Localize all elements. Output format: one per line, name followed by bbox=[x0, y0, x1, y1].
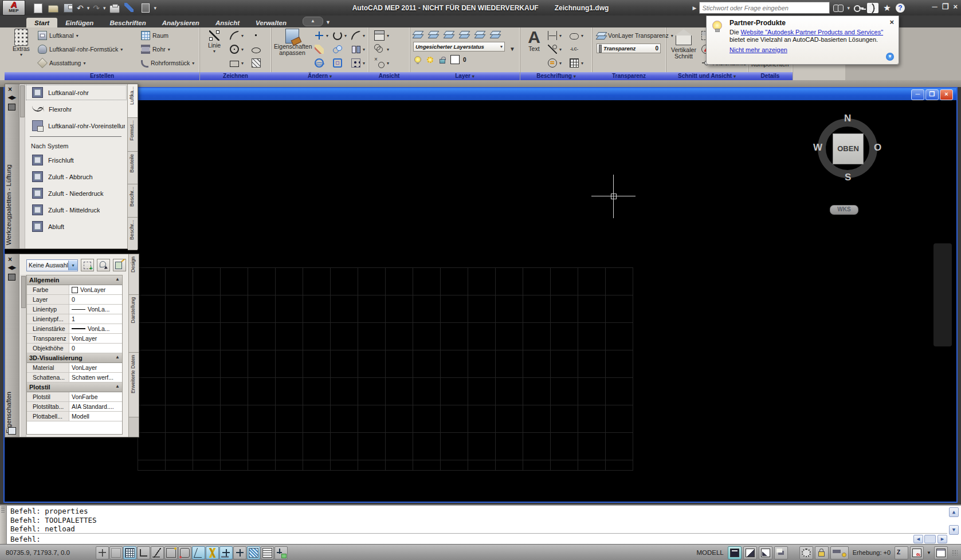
panel-label-zeichnen[interactable]: Zeichnen bbox=[200, 72, 271, 80]
property-row[interactable]: MaterialVonLayer bbox=[27, 363, 122, 373]
tab-verwalten[interactable]: Verwalten bbox=[248, 18, 295, 27]
table-button[interactable]: ▾ bbox=[570, 57, 583, 69]
palette-tool[interactable]: Zuluft - Niederdruck bbox=[25, 185, 127, 202]
minimize-ribbon-button[interactable]: ▲ bbox=[303, 17, 323, 26]
command-prompt[interactable]: Befehl: bbox=[10, 533, 947, 543]
panel-label-details[interactable]: Details bbox=[748, 72, 793, 80]
layer-freeze-icon[interactable] bbox=[460, 29, 470, 40]
duct-fitting-button[interactable]: Luftkanal/-rohr-Formstück▾ bbox=[38, 44, 123, 55]
properties-close-icon[interactable]: × bbox=[8, 255, 12, 263]
panel-label-aendern[interactable]: Ändern ▾ bbox=[271, 72, 368, 80]
polar-tracking-toggle[interactable] bbox=[151, 546, 164, 559]
tool-palette-autohide-icon[interactable]: ◀▶ bbox=[8, 94, 16, 100]
new-drawing-button[interactable] bbox=[32, 3, 44, 13]
save-button[interactable] bbox=[62, 3, 73, 13]
isolate-objects-button[interactable]: Z bbox=[895, 546, 908, 559]
palette-tab[interactable]: Beschr... bbox=[128, 218, 138, 250]
layer-color-swatch[interactable] bbox=[450, 55, 460, 64]
properties-tab[interactable]: Design bbox=[129, 254, 139, 295]
dismiss-link[interactable]: Nicht mehr anzeigen bbox=[729, 46, 787, 54]
coordinates-display[interactable]: 80735.9, 71793.7, 0.0 bbox=[6, 549, 89, 556]
qat-customize-dropdown[interactable]: ▾ bbox=[154, 5, 157, 11]
visual-style-button[interactable]: ▾ bbox=[374, 44, 389, 55]
palette-tab[interactable]: Luftka... bbox=[128, 84, 138, 118]
palette-tab[interactable]: Bauteile bbox=[128, 152, 138, 184]
command-scroll-down[interactable]: ▼ bbox=[949, 525, 959, 535]
properties-palette-button[interactable] bbox=[139, 3, 151, 13]
duct-button[interactable]: Luftkanal▾ bbox=[38, 30, 79, 41]
property-row[interactable]: TransparenzVonLayer bbox=[27, 334, 122, 344]
property-value[interactable]: VonLayer bbox=[69, 335, 122, 342]
property-value[interactable]: VonLayer bbox=[69, 286, 122, 293]
dynamic-ucs-toggle[interactable] bbox=[233, 546, 246, 559]
communication-center-icon[interactable] bbox=[867, 3, 878, 13]
grid-display-toggle[interactable] bbox=[109, 546, 123, 559]
section-header[interactable]: 3D-Visualisierung▲ bbox=[27, 353, 122, 363]
infocenter-collapse-arrow[interactable]: ▶ bbox=[693, 5, 697, 11]
line-button[interactable]: Linie ▾ bbox=[202, 29, 226, 54]
extras-button[interactable]: Extras ▾ bbox=[8, 29, 34, 57]
layer-thaw-sun-icon[interactable] bbox=[427, 57, 433, 63]
property-row[interactable]: Schattena...Schatten werf... bbox=[27, 373, 122, 382]
popup-close-icon[interactable]: × bbox=[889, 18, 894, 26]
drawing-close-button[interactable]: × bbox=[940, 89, 953, 100]
selection-cycling-toggle[interactable] bbox=[274, 546, 288, 559]
command-scroll-thumb[interactable] bbox=[924, 535, 936, 543]
selection-combo[interactable]: Keine Auswahl ▾ bbox=[26, 259, 78, 271]
snap-toggle[interactable] bbox=[96, 546, 109, 559]
favorites-star-icon[interactable]: ★ bbox=[881, 3, 893, 13]
property-value[interactable]: VonFarbe bbox=[69, 393, 122, 400]
property-value[interactable]: VonLa... bbox=[69, 306, 122, 313]
panel-label-layer[interactable]: Layer ▾ bbox=[410, 72, 520, 80]
redo-dropdown[interactable]: ▾ bbox=[103, 5, 106, 11]
drawing-status-button[interactable] bbox=[910, 546, 924, 559]
command-scroll-right[interactable]: ▶ bbox=[938, 535, 947, 543]
property-row[interactable]: Plottabell...Modell bbox=[27, 412, 122, 421]
tab-ansicht[interactable]: Ansicht bbox=[207, 18, 248, 27]
orbit-button[interactable] bbox=[315, 57, 324, 69]
layer-state-icon[interactable] bbox=[429, 29, 439, 40]
search-icon[interactable] bbox=[833, 3, 844, 13]
help-icon[interactable]: ? bbox=[896, 3, 905, 13]
property-row[interactable]: LinientypVonLa... bbox=[27, 305, 122, 314]
section-header[interactable]: Plotstil▲ bbox=[27, 382, 122, 392]
select-objects-button[interactable] bbox=[97, 259, 110, 271]
pipe-button[interactable]: Rohr▾ bbox=[141, 44, 170, 55]
layer-off-icon[interactable] bbox=[475, 29, 485, 40]
transparency-toggle[interactable] bbox=[247, 546, 260, 559]
property-row[interactable]: FarbeVonLayer bbox=[27, 285, 122, 295]
properties-tab[interactable]: Erweiterte Daten bbox=[129, 353, 139, 417]
layer-on-bulb-icon[interactable] bbox=[414, 56, 421, 63]
array-button[interactable]: ▾ bbox=[351, 57, 365, 69]
copy-button[interactable] bbox=[333, 44, 342, 55]
panel-label-erstellen[interactable]: Erstellen bbox=[5, 72, 199, 80]
property-row[interactable]: Linientypf...1 bbox=[27, 314, 122, 324]
tab-start[interactable]: Start bbox=[26, 18, 57, 27]
search-dropdown[interactable]: ▾ bbox=[847, 5, 850, 11]
status-menu-dropdown[interactable]: ▼ bbox=[927, 550, 931, 555]
panel-label-schnitt[interactable]: Schnitt und Ansicht ▾ bbox=[666, 72, 748, 80]
clean-screen-button[interactable] bbox=[934, 546, 948, 559]
multileader-button[interactable]: ▾ bbox=[548, 57, 562, 69]
text-button[interactable]: A Text bbox=[523, 29, 546, 52]
command-scroll-up[interactable]: ▲ bbox=[949, 507, 959, 517]
tab-einfügen[interactable]: Einfügen bbox=[57, 18, 101, 27]
transparency-slider[interactable]: Transparenz 0 bbox=[597, 44, 661, 53]
revision-cloud-button[interactable]: ▾ bbox=[570, 30, 583, 41]
object-snap-3d-toggle[interactable] bbox=[178, 546, 191, 559]
palette-tab[interactable]: Beschr... bbox=[128, 184, 138, 218]
redo-button[interactable]: ↷ bbox=[93, 3, 100, 13]
offset-button[interactable] bbox=[333, 57, 342, 69]
property-value[interactable]: Modell bbox=[69, 413, 122, 420]
tool-palette-properties-icon[interactable] bbox=[8, 104, 15, 111]
property-value[interactable]: Schatten werf... bbox=[69, 374, 122, 381]
properties-menu-icon[interactable] bbox=[8, 274, 15, 281]
plot-button[interactable] bbox=[109, 3, 121, 13]
toolbar-lock-button[interactable] bbox=[815, 546, 829, 559]
layer-move-icon[interactable] bbox=[444, 29, 454, 40]
close-button[interactable]: × bbox=[953, 2, 958, 11]
property-row[interactable]: LinienstärkeVonLa... bbox=[27, 324, 122, 334]
drawing-restore-button[interactable]: ❐ bbox=[925, 89, 939, 100]
palette-tool[interactable]: Flexrohr bbox=[25, 101, 127, 117]
lineweight-toggle[interactable] bbox=[219, 546, 233, 559]
